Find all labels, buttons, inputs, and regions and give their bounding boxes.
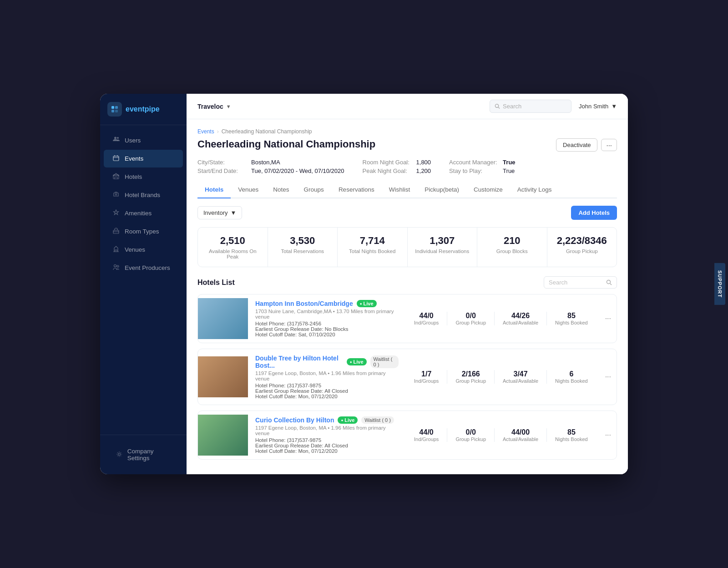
hotel-status-badge: Live <box>347 358 367 365</box>
hotel-address: 1197 Egene Loop, Boston, MA • 1.96 Miles… <box>255 425 399 436</box>
hotel-stat-actual-available-label: Actual/Available <box>503 436 538 442</box>
hotel-more-options-button[interactable]: ··· <box>600 311 617 326</box>
hotel-stat-nights-booked-value: 85 <box>555 312 588 320</box>
search-icon <box>495 103 500 109</box>
hotel-stat-group-pickup-label: Group Pickup <box>455 436 486 442</box>
search-box <box>490 100 571 113</box>
event-title: Cheerleading National Championship <box>197 138 375 150</box>
org-chevron-icon: ▼ <box>226 104 231 109</box>
svg-rect-1 <box>115 106 118 109</box>
search-input[interactable] <box>503 103 566 110</box>
hotel-brands-icon <box>112 191 120 199</box>
breadcrumb: Events › Cheerleading National Champions… <box>197 128 617 135</box>
start-end-label: Start/End Date: <box>197 167 248 174</box>
tab-groups[interactable]: Groups <box>297 182 331 198</box>
hotels-search-icon <box>606 279 612 285</box>
hotel-info: Double Tree by Hilton Hotel Bost... Live… <box>248 349 406 405</box>
sidebar-item-hotels-label: Hotels <box>125 173 142 180</box>
breadcrumb-parent[interactable]: Events <box>197 128 214 135</box>
user-chevron-icon: ▼ <box>611 103 617 110</box>
org-selector[interactable]: Traveloc ▼ <box>197 103 231 110</box>
hotel-name[interactable]: Hampton Inn Boston/Cambridge <box>255 300 353 307</box>
hotel-stat-ind-groups: 1/7 Ind/Groups <box>406 370 447 384</box>
venues-icon <box>112 246 120 254</box>
city-state-label: City/State: <box>197 159 248 166</box>
users-icon <box>112 136 120 144</box>
hotel-image <box>198 356 248 397</box>
svg-point-5 <box>117 137 119 139</box>
filter-bar: Inventory ▼ Add Hotels <box>197 206 617 220</box>
user-name: John Smith <box>579 103 608 110</box>
hotel-stat-nights-booked-label: Nights Booked <box>555 378 588 384</box>
more-options-button[interactable]: ··· <box>601 139 617 151</box>
hotel-name[interactable]: Double Tree by Hilton Hotel Bost... <box>255 355 343 369</box>
tab-hotels[interactable]: Hotels <box>197 182 231 198</box>
inventory-filter[interactable]: Inventory ▼ <box>197 206 242 219</box>
sidebar-item-users[interactable]: Users <box>104 131 183 149</box>
hotel-stat-group-pickup: 0/0 Group Pickup <box>447 312 495 325</box>
settings-icon <box>116 451 123 459</box>
sidebar-item-hotels[interactable]: Hotels <box>104 168 183 186</box>
hotel-name[interactable]: Curio Collection By Hilton <box>255 416 334 424</box>
hotel-image <box>198 415 248 456</box>
hotel-more-options-button[interactable]: ··· <box>600 369 617 385</box>
hotels-container: Hampton Inn Boston/Cambridge Live 1703 N… <box>197 294 617 460</box>
hotels-search-input[interactable] <box>549 279 603 286</box>
support-button[interactable]: SUPPORT <box>714 263 725 305</box>
sidebar-item-event-producers[interactable]: Event Producers <box>104 259 183 277</box>
tab-notes[interactable]: Notes <box>266 182 296 198</box>
stat-total-nights: 7,714 Total Nights Booked <box>338 228 408 267</box>
stat-available-rooms: 2,510 Available Rooms On Peak <box>198 228 268 267</box>
add-hotels-button[interactable]: Add Hotels <box>571 206 617 220</box>
svg-point-4 <box>114 137 116 139</box>
breadcrumb-current: Cheerleading National Championship <box>222 128 312 135</box>
inventory-chevron-icon: ▼ <box>230 209 236 216</box>
stat-group-pickup: 2,223/8346 Group Pickup <box>547 228 617 267</box>
deactivate-button[interactable]: Deactivate <box>556 138 597 152</box>
stat-available-rooms-value: 2,510 <box>203 235 262 247</box>
sidebar-item-hotel-brands[interactable]: Hotel Brands <box>104 186 183 204</box>
sidebar-item-events[interactable]: Events <box>104 150 183 167</box>
hotel-info: Curio Collection By Hilton Live Waitlist… <box>248 411 406 459</box>
room-types-icon <box>112 228 120 235</box>
topbar: Traveloc ▼ John Smith ▼ <box>187 94 628 119</box>
meta-manager-group: Account Manager: True Stay to Play: True <box>449 159 515 174</box>
tab-venues[interactable]: Venues <box>231 182 266 198</box>
svg-point-8 <box>116 194 117 195</box>
svg-rect-6 <box>113 156 119 161</box>
hotel-stat-group-pickup: 2/166 Group Pickup <box>447 370 495 384</box>
logo: eventpipe <box>100 94 187 125</box>
hotel-stats: 1/7 Ind/Groups 2/166 Group Pickup 3/47 A… <box>406 370 600 384</box>
tab-customize[interactable]: Customize <box>466 182 510 198</box>
hotel-cutoff: Hotel Cutoff Date: Sat, 07/10/2020 <box>255 332 399 337</box>
stay-to-play-value: True <box>503 167 515 174</box>
breadcrumb-separator: › <box>217 128 219 135</box>
hotel-phone: Hotel Phone: (317)537-9875 <box>255 437 399 443</box>
stat-group-pickup-value: 2,223/8346 <box>553 235 612 247</box>
hotel-stat-ind-groups-value: 1/7 <box>414 370 439 378</box>
user-menu[interactable]: John Smith ▼ <box>579 103 617 110</box>
hotel-address: 1703 Nuire Lane, Cambridge,MA • 13.70 Mi… <box>255 309 399 320</box>
tab-wishlist[interactable]: Wishlist <box>382 182 418 198</box>
sidebar-item-room-types-label: Room Types <box>125 228 159 235</box>
hotels-list-header: Hotels List <box>197 276 617 289</box>
svg-point-14 <box>607 280 611 284</box>
hotel-stat-group-pickup-value: 2/166 <box>455 370 486 378</box>
sidebar-item-venues[interactable]: Venues <box>104 241 183 259</box>
stat-total-reservations-value: 3,530 <box>273 235 332 247</box>
page-content: Events › Cheerleading National Champions… <box>187 119 628 474</box>
hotel-stat-ind-groups: 44/0 Ind/Groups <box>406 428 447 442</box>
sidebar-item-company-settings[interactable]: Company Settings <box>107 443 179 467</box>
hotel-phone: Hotel Phone: (317)578-2456 <box>255 321 399 326</box>
hotel-more-options-button[interactable]: ··· <box>600 427 617 443</box>
stat-individual-reservations-value: 1,307 <box>413 235 472 247</box>
sidebar-item-room-types[interactable]: Room Types <box>104 223 183 240</box>
logo-icon <box>107 102 122 117</box>
tab-reservations[interactable]: Reservations <box>331 182 382 198</box>
event-meta: City/State: Boston,MA Start/End Date: Tu… <box>197 159 617 174</box>
tab-pickup-beta[interactable]: Pickup(beta) <box>417 182 466 198</box>
hotel-name-row: Hampton Inn Boston/Cambridge Live <box>255 300 399 307</box>
header-actions: Deactivate ··· <box>556 138 617 152</box>
tab-activity-logs[interactable]: Activity Logs <box>510 182 559 198</box>
sidebar-item-amenities[interactable]: Amenities <box>104 204 183 222</box>
